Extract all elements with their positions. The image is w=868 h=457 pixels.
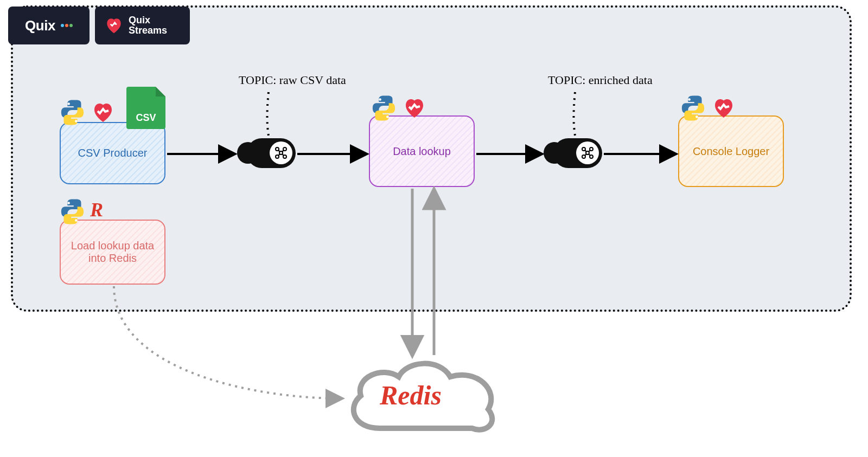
- svg-line-14: [585, 150, 586, 152]
- svg-point-25: [75, 219, 78, 222]
- load-lookup-redis-node: Load lookup data into Redis: [60, 220, 165, 285]
- svg-point-22: [688, 98, 691, 101]
- python-icon: [58, 98, 87, 127]
- svg-line-17: [589, 154, 590, 156]
- svg-point-20: [379, 98, 381, 101]
- svg-line-8: [282, 154, 284, 156]
- csv-producer-label: CSV Producer: [78, 147, 148, 159]
- svg-line-16: [585, 154, 586, 156]
- data-lookup-node: Data lookup: [369, 115, 475, 187]
- csv-file-icon: CSV: [126, 87, 165, 129]
- redis-logo-text: Redis: [380, 379, 442, 411]
- python-icon: [58, 197, 87, 227]
- quix-heart-icon: [711, 95, 737, 121]
- load-lookup-label: Load lookup data into Redis: [66, 240, 159, 265]
- python-icon: [369, 93, 399, 123]
- console-logger-node: Console Logger: [678, 115, 784, 187]
- kafka-network-icon: [576, 141, 599, 164]
- quix-streams-text: Quix Streams: [129, 15, 167, 36]
- topic-label-enriched: TOPIC: enriched data: [548, 73, 653, 87]
- svg-line-7: [278, 154, 280, 156]
- console-logger-label: Console Logger: [693, 145, 769, 158]
- quix-logo-dots: [61, 24, 73, 27]
- quix-heart-icon: [401, 95, 427, 121]
- topic-label-raw-csv: TOPIC: raw CSV data: [239, 73, 346, 87]
- quix-streams-logo: Quix Streams: [95, 7, 190, 44]
- svg-line-5: [278, 150, 280, 152]
- svg-line-6: [282, 150, 284, 152]
- kafka-topic-icon-enriched: [553, 138, 602, 168]
- svg-point-19: [75, 120, 78, 123]
- quix-heart-icon: [90, 99, 116, 125]
- kafka-topic-icon-raw: [247, 138, 296, 168]
- svg-point-24: [67, 202, 70, 204]
- quix-logo-text: Quix: [25, 17, 55, 34]
- csv-producer-node: CSV Producer: [60, 122, 165, 184]
- svg-point-18: [67, 102, 70, 105]
- redis-r-icon: R: [90, 198, 103, 221]
- svg-line-15: [589, 150, 590, 152]
- quix-logo: Quix: [8, 7, 90, 44]
- python-icon: [678, 93, 708, 123]
- kafka-network-icon: [270, 141, 292, 164]
- quix-streams-heart-icon: [104, 15, 124, 36]
- data-lookup-label: Data lookup: [393, 145, 451, 158]
- svg-point-21: [386, 115, 389, 118]
- svg-point-23: [695, 115, 698, 118]
